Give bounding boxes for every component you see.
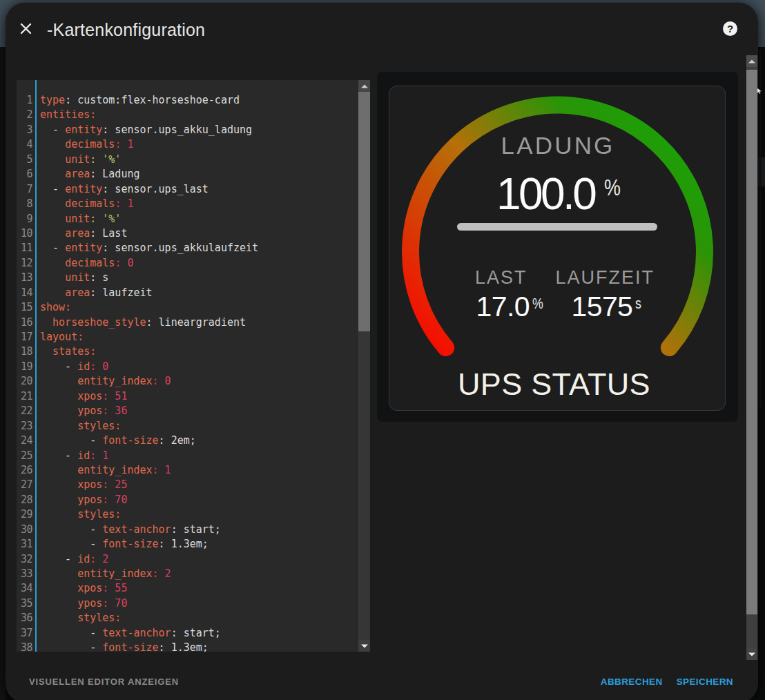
line-number: 7: [17, 182, 32, 197]
code-line[interactable]: 4 decimals: 1: [17, 137, 358, 152]
code-lines: 1type: custom:flex-horseshoe-card2entiti…: [17, 93, 358, 652]
backdrop-page-edge: [759, 50, 761, 409]
code-text: unit: s: [40, 271, 108, 285]
line-number: 33: [17, 567, 32, 581]
code-line[interactable]: 20 entity_index: 0: [17, 374, 358, 389]
code-line[interactable]: 38 - font-size: 1.3em;: [17, 641, 358, 652]
triangle-up-icon: [361, 84, 368, 88]
code-line[interactable]: 32 - id: 2: [17, 552, 358, 567]
code-line[interactable]: 8 decimals: 1: [17, 197, 358, 211]
gauge-secondary-label-2: LAUFZEIT: [556, 267, 655, 289]
code-text: styles:: [40, 611, 121, 625]
code-line[interactable]: 7 - entity: sensor.ups_last: [17, 182, 358, 197]
code-text: decimals: 1: [40, 197, 133, 211]
code-text: unit: '%': [40, 153, 121, 167]
cancel-button[interactable]: ABBRECHEN: [601, 677, 663, 687]
line-number: 27: [17, 478, 32, 492]
code-text: entity_index: 1: [40, 463, 171, 478]
triangle-up-icon: [748, 59, 755, 63]
close-icon: [18, 21, 36, 39]
gauge-secondary-label-1: LAST: [475, 267, 527, 289]
line-number: 2: [17, 108, 32, 122]
code-line[interactable]: 11 - entity: sensor.ups_akkulaufzeit: [17, 241, 358, 255]
line-number: 12: [17, 256, 32, 271]
horseshoe-card-preview: LADUNG 100.0 % LAST LAUFZEIT 17.0 % 1575…: [389, 86, 726, 411]
code-text: area: Ladung: [40, 167, 140, 182]
editor-scrollbar-thumb[interactable]: [358, 92, 370, 331]
code-line[interactable]: 35 ypos: 70: [17, 596, 358, 611]
code-text: xpos: 55: [40, 581, 127, 596]
code-line[interactable]: 1type: custom:flex-horseshoe-card: [17, 93, 358, 108]
screen: -Kartenkonfiguration ? 1type: custom:fle…: [0, 0, 765, 700]
code-line[interactable]: 16 horseshoe_style: lineargradient: [17, 315, 358, 330]
code-line[interactable]: 19 - id: 0: [17, 360, 358, 374]
mouse-cursor: [757, 88, 763, 95]
card-configuration-dialog: -Kartenkonfiguration ? 1type: custom:fle…: [6, 3, 758, 700]
gauge-secondary-value-1: 17.0 %: [476, 291, 546, 323]
code-line[interactable]: 13 unit: s: [17, 271, 358, 285]
line-number: 24: [17, 434, 32, 448]
code-line[interactable]: 26 entity_index: 1: [17, 463, 358, 478]
code-line[interactable]: 36 styles:: [17, 611, 358, 625]
close-button[interactable]: [18, 21, 36, 39]
code-line[interactable]: 37 - text-anchor: start;: [17, 626, 358, 641]
code-text: ypos: 36: [40, 404, 127, 418]
code-line[interactable]: 30 - text-anchor: start;: [17, 523, 358, 537]
dialog-header: -Kartenkonfiguration ?: [6, 3, 758, 52]
code-text: styles:: [40, 507, 121, 522]
code-line[interactable]: 34 xpos: 55: [17, 581, 358, 596]
line-number: 36: [17, 611, 32, 625]
code-line[interactable]: 5 unit: '%': [17, 153, 358, 167]
code-line[interactable]: 15show:: [17, 300, 358, 315]
code-text: type: custom:flex-horseshoe-card: [40, 93, 240, 108]
line-number: 29: [17, 507, 32, 522]
code-line[interactable]: 25 - id: 1: [17, 449, 358, 463]
code-line[interactable]: 18 states:: [17, 344, 358, 359]
line-number: 4: [17, 137, 32, 152]
code-text: entity_index: 2: [40, 567, 171, 581]
code-line[interactable]: 27 xpos: 25: [17, 478, 358, 492]
code-line[interactable]: 9 unit: '%': [17, 212, 358, 226]
code-line[interactable]: 14 area: laufzeit: [17, 286, 358, 300]
code-line[interactable]: 21 xpos: 51: [17, 389, 358, 404]
line-number: 31: [17, 537, 32, 552]
gauge-secondary-value-2: 1575 s: [572, 291, 643, 323]
code-text: layout:: [40, 330, 84, 344]
save-button[interactable]: SPEICHERN: [677, 677, 733, 687]
gauge-area-label: LADUNG: [389, 132, 726, 159]
editor-scroll-up-button[interactable]: [358, 80, 370, 92]
dialog-scrollbar-thumb[interactable]: [746, 70, 757, 614]
code-line[interactable]: 23 styles:: [17, 419, 358, 434]
code-line[interactable]: 10 area: Last: [17, 226, 358, 241]
triangle-down-icon: [748, 652, 755, 656]
code-line[interactable]: 28 ypos: 70: [17, 493, 358, 507]
code-line[interactable]: 3 - entity: sensor.ups_akku_ladung: [17, 123, 358, 137]
code-line[interactable]: 31 - font-size: 1.3em;: [17, 537, 358, 552]
line-number: 38: [17, 641, 32, 652]
code-text: - font-size: 2em;: [40, 434, 196, 448]
yaml-code-editor[interactable]: 1type: custom:flex-horseshoe-card2entiti…: [17, 80, 370, 652]
code-line[interactable]: 29 styles:: [17, 507, 358, 522]
editor-scrollbar[interactable]: [358, 80, 370, 652]
show-visual-editor-button[interactable]: VISUELLEN EDITOR ANZEIGEN: [29, 677, 179, 687]
code-line[interactable]: 33 entity_index: 2: [17, 567, 358, 581]
line-number: 26: [17, 463, 32, 478]
dialog-scrollbar[interactable]: [746, 55, 757, 660]
dialog-scroll-up-button[interactable]: [746, 55, 757, 67]
code-line[interactable]: 22 ypos: 36: [17, 404, 358, 418]
line-number: 30: [17, 523, 32, 537]
line-number: 14: [17, 286, 32, 300]
code-line[interactable]: 2entities:: [17, 108, 358, 122]
editor-scroll-down-button[interactable]: [358, 640, 370, 652]
code-line[interactable]: 17layout:: [17, 330, 358, 344]
code-line[interactable]: 12 decimals: 0: [17, 256, 358, 271]
code-text: horseshoe_style: lineargradient: [40, 315, 246, 330]
line-number: 13: [17, 271, 32, 285]
code-line[interactable]: 6 area: Ladung: [17, 167, 358, 182]
footer-actions: ABBRECHEN SPEICHERN: [601, 677, 733, 687]
secondary-unit-2: s: [635, 295, 641, 313]
code-text: - text-anchor: start;: [40, 523, 221, 537]
line-number: 20: [17, 374, 32, 389]
help-button[interactable]: ?: [723, 21, 737, 36]
code-line[interactable]: 24 - font-size: 2em;: [17, 434, 358, 448]
